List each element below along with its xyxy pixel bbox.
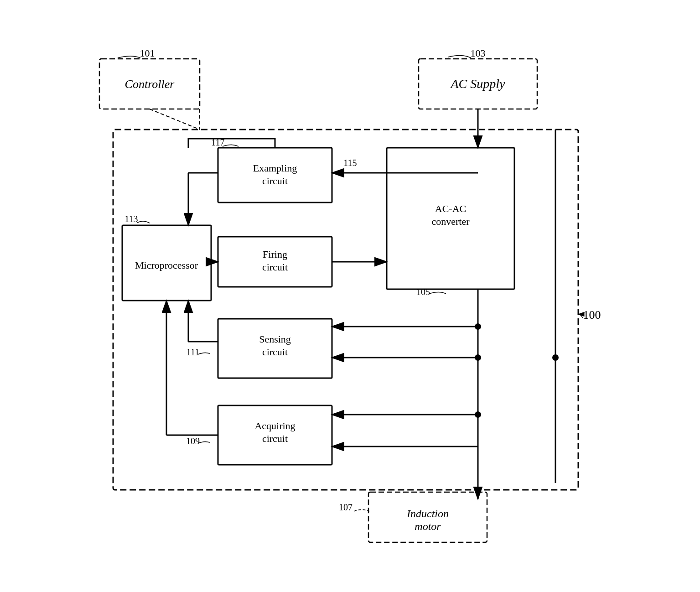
ref-115: 115 <box>343 158 357 168</box>
ref-113: 113 <box>124 214 138 224</box>
ac-supply-label: AC Supply <box>450 77 505 91</box>
microprocessor-label: Microprocessor <box>135 260 198 271</box>
firing-label-2: circuit <box>262 261 287 273</box>
exampling-label-2: circuit <box>262 175 287 187</box>
ref-107: 107 <box>339 502 353 512</box>
ref-103: 103 <box>470 47 485 59</box>
acquiring-label-1: Acquiring <box>254 420 295 431</box>
sensing-label-2: circuit <box>262 346 287 358</box>
ref-100: 100 <box>583 308 601 322</box>
ref-101: 101 <box>140 47 155 59</box>
controller-label: Controller <box>124 78 175 91</box>
svg-line-24 <box>150 109 200 130</box>
induction-label-2: motor <box>415 520 441 532</box>
sensing-label-1: Sensing <box>259 333 291 345</box>
induction-label-1: Induction <box>406 508 449 519</box>
ref-109: 109 <box>186 436 200 446</box>
ref-111: 111 <box>186 347 199 357</box>
exampling-label-1: Exampling <box>253 162 297 174</box>
acquiring-label-2: circuit <box>262 433 287 444</box>
ac-ac-label-2: converter <box>431 216 470 227</box>
ref-105: 105 <box>416 287 430 297</box>
diagram: 101 Controller 103 AC Supply 100 Exampli… <box>77 45 624 547</box>
firing-label-1: Firing <box>263 249 287 260</box>
ac-ac-label-1: AC-AC <box>435 203 466 214</box>
